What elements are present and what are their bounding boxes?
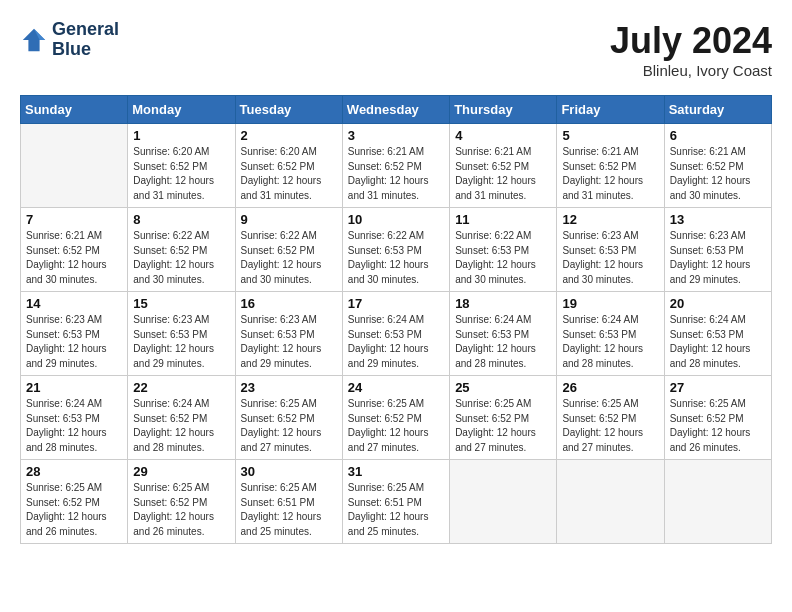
- calendar-cell: 7Sunrise: 6:21 AM Sunset: 6:52 PM Daylig…: [21, 208, 128, 292]
- day-number: 8: [133, 212, 229, 227]
- weekday-header-monday: Monday: [128, 96, 235, 124]
- calendar-cell: 27Sunrise: 6:25 AM Sunset: 6:52 PM Dayli…: [664, 376, 771, 460]
- page-header: General Blue July 2024 Blinleu, Ivory Co…: [20, 20, 772, 79]
- day-number: 19: [562, 296, 658, 311]
- day-number: 14: [26, 296, 122, 311]
- calendar-week-row: 1Sunrise: 6:20 AM Sunset: 6:52 PM Daylig…: [21, 124, 772, 208]
- title-block: July 2024 Blinleu, Ivory Coast: [610, 20, 772, 79]
- calendar-cell: 1Sunrise: 6:20 AM Sunset: 6:52 PM Daylig…: [128, 124, 235, 208]
- calendar-cell: 23Sunrise: 6:25 AM Sunset: 6:52 PM Dayli…: [235, 376, 342, 460]
- logo-text: General Blue: [52, 20, 119, 60]
- day-number: 25: [455, 380, 551, 395]
- calendar-cell: [450, 460, 557, 544]
- day-number: 1: [133, 128, 229, 143]
- calendar-cell: 26Sunrise: 6:25 AM Sunset: 6:52 PM Dayli…: [557, 376, 664, 460]
- calendar-cell: 21Sunrise: 6:24 AM Sunset: 6:53 PM Dayli…: [21, 376, 128, 460]
- day-info: Sunrise: 6:24 AM Sunset: 6:52 PM Dayligh…: [133, 397, 229, 455]
- day-info: Sunrise: 6:20 AM Sunset: 6:52 PM Dayligh…: [241, 145, 337, 203]
- calendar-week-row: 28Sunrise: 6:25 AM Sunset: 6:52 PM Dayli…: [21, 460, 772, 544]
- day-number: 23: [241, 380, 337, 395]
- day-info: Sunrise: 6:24 AM Sunset: 6:53 PM Dayligh…: [670, 313, 766, 371]
- calendar-cell: 20Sunrise: 6:24 AM Sunset: 6:53 PM Dayli…: [664, 292, 771, 376]
- day-number: 2: [241, 128, 337, 143]
- day-number: 7: [26, 212, 122, 227]
- calendar-cell: 18Sunrise: 6:24 AM Sunset: 6:53 PM Dayli…: [450, 292, 557, 376]
- day-number: 11: [455, 212, 551, 227]
- calendar-cell: 31Sunrise: 6:25 AM Sunset: 6:51 PM Dayli…: [342, 460, 449, 544]
- day-info: Sunrise: 6:25 AM Sunset: 6:52 PM Dayligh…: [26, 481, 122, 539]
- day-info: Sunrise: 6:25 AM Sunset: 6:52 PM Dayligh…: [133, 481, 229, 539]
- calendar-cell: 12Sunrise: 6:23 AM Sunset: 6:53 PM Dayli…: [557, 208, 664, 292]
- calendar-cell: 25Sunrise: 6:25 AM Sunset: 6:52 PM Dayli…: [450, 376, 557, 460]
- weekday-header-wednesday: Wednesday: [342, 96, 449, 124]
- day-number: 24: [348, 380, 444, 395]
- day-number: 18: [455, 296, 551, 311]
- calendar-cell: 9Sunrise: 6:22 AM Sunset: 6:52 PM Daylig…: [235, 208, 342, 292]
- logo-icon: [20, 26, 48, 54]
- day-number: 17: [348, 296, 444, 311]
- calendar-cell: 28Sunrise: 6:25 AM Sunset: 6:52 PM Dayli…: [21, 460, 128, 544]
- calendar-cell: 22Sunrise: 6:24 AM Sunset: 6:52 PM Dayli…: [128, 376, 235, 460]
- day-number: 5: [562, 128, 658, 143]
- calendar-cell: 24Sunrise: 6:25 AM Sunset: 6:52 PM Dayli…: [342, 376, 449, 460]
- weekday-header-tuesday: Tuesday: [235, 96, 342, 124]
- calendar-table: SundayMondayTuesdayWednesdayThursdayFrid…: [20, 95, 772, 544]
- day-info: Sunrise: 6:23 AM Sunset: 6:53 PM Dayligh…: [241, 313, 337, 371]
- day-number: 4: [455, 128, 551, 143]
- day-info: Sunrise: 6:21 AM Sunset: 6:52 PM Dayligh…: [562, 145, 658, 203]
- day-number: 20: [670, 296, 766, 311]
- weekday-header-saturday: Saturday: [664, 96, 771, 124]
- day-number: 16: [241, 296, 337, 311]
- calendar-week-row: 21Sunrise: 6:24 AM Sunset: 6:53 PM Dayli…: [21, 376, 772, 460]
- calendar-cell: 11Sunrise: 6:22 AM Sunset: 6:53 PM Dayli…: [450, 208, 557, 292]
- calendar-cell: 3Sunrise: 6:21 AM Sunset: 6:52 PM Daylig…: [342, 124, 449, 208]
- calendar-cell: 5Sunrise: 6:21 AM Sunset: 6:52 PM Daylig…: [557, 124, 664, 208]
- calendar-cell: 4Sunrise: 6:21 AM Sunset: 6:52 PM Daylig…: [450, 124, 557, 208]
- day-number: 22: [133, 380, 229, 395]
- day-info: Sunrise: 6:23 AM Sunset: 6:53 PM Dayligh…: [670, 229, 766, 287]
- day-info: Sunrise: 6:23 AM Sunset: 6:53 PM Dayligh…: [133, 313, 229, 371]
- day-info: Sunrise: 6:21 AM Sunset: 6:52 PM Dayligh…: [348, 145, 444, 203]
- day-number: 29: [133, 464, 229, 479]
- day-info: Sunrise: 6:22 AM Sunset: 6:53 PM Dayligh…: [455, 229, 551, 287]
- calendar-cell: 8Sunrise: 6:22 AM Sunset: 6:52 PM Daylig…: [128, 208, 235, 292]
- calendar-cell: 16Sunrise: 6:23 AM Sunset: 6:53 PM Dayli…: [235, 292, 342, 376]
- day-number: 21: [26, 380, 122, 395]
- day-number: 27: [670, 380, 766, 395]
- day-info: Sunrise: 6:22 AM Sunset: 6:53 PM Dayligh…: [348, 229, 444, 287]
- day-number: 15: [133, 296, 229, 311]
- calendar-cell: 10Sunrise: 6:22 AM Sunset: 6:53 PM Dayli…: [342, 208, 449, 292]
- day-info: Sunrise: 6:25 AM Sunset: 6:52 PM Dayligh…: [455, 397, 551, 455]
- calendar-cell: [21, 124, 128, 208]
- day-info: Sunrise: 6:21 AM Sunset: 6:52 PM Dayligh…: [455, 145, 551, 203]
- calendar-cell: 13Sunrise: 6:23 AM Sunset: 6:53 PM Dayli…: [664, 208, 771, 292]
- day-info: Sunrise: 6:21 AM Sunset: 6:52 PM Dayligh…: [670, 145, 766, 203]
- day-info: Sunrise: 6:25 AM Sunset: 6:52 PM Dayligh…: [670, 397, 766, 455]
- day-info: Sunrise: 6:22 AM Sunset: 6:52 PM Dayligh…: [133, 229, 229, 287]
- calendar-cell: 19Sunrise: 6:24 AM Sunset: 6:53 PM Dayli…: [557, 292, 664, 376]
- calendar-cell: 30Sunrise: 6:25 AM Sunset: 6:51 PM Dayli…: [235, 460, 342, 544]
- day-number: 13: [670, 212, 766, 227]
- day-info: Sunrise: 6:25 AM Sunset: 6:52 PM Dayligh…: [562, 397, 658, 455]
- calendar-cell: 14Sunrise: 6:23 AM Sunset: 6:53 PM Dayli…: [21, 292, 128, 376]
- day-info: Sunrise: 6:23 AM Sunset: 6:53 PM Dayligh…: [26, 313, 122, 371]
- logo: General Blue: [20, 20, 119, 60]
- day-info: Sunrise: 6:25 AM Sunset: 6:51 PM Dayligh…: [348, 481, 444, 539]
- calendar-week-row: 7Sunrise: 6:21 AM Sunset: 6:52 PM Daylig…: [21, 208, 772, 292]
- month-year: July 2024: [610, 20, 772, 62]
- weekday-header-thursday: Thursday: [450, 96, 557, 124]
- calendar-cell: 29Sunrise: 6:25 AM Sunset: 6:52 PM Dayli…: [128, 460, 235, 544]
- day-info: Sunrise: 6:23 AM Sunset: 6:53 PM Dayligh…: [562, 229, 658, 287]
- day-info: Sunrise: 6:25 AM Sunset: 6:51 PM Dayligh…: [241, 481, 337, 539]
- day-info: Sunrise: 6:21 AM Sunset: 6:52 PM Dayligh…: [26, 229, 122, 287]
- weekday-header-friday: Friday: [557, 96, 664, 124]
- day-number: 9: [241, 212, 337, 227]
- day-info: Sunrise: 6:22 AM Sunset: 6:52 PM Dayligh…: [241, 229, 337, 287]
- calendar-cell: 15Sunrise: 6:23 AM Sunset: 6:53 PM Dayli…: [128, 292, 235, 376]
- calendar-week-row: 14Sunrise: 6:23 AM Sunset: 6:53 PM Dayli…: [21, 292, 772, 376]
- day-info: Sunrise: 6:24 AM Sunset: 6:53 PM Dayligh…: [348, 313, 444, 371]
- calendar-cell: 2Sunrise: 6:20 AM Sunset: 6:52 PM Daylig…: [235, 124, 342, 208]
- day-number: 30: [241, 464, 337, 479]
- day-number: 31: [348, 464, 444, 479]
- day-number: 26: [562, 380, 658, 395]
